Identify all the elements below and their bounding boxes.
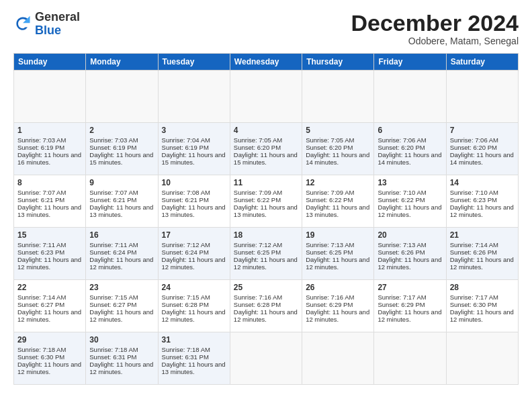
day-info: Sunrise: 7:12 AM	[162, 241, 226, 248]
day-number: 4	[234, 126, 298, 135]
day-info: Sunset: 6:22 PM	[378, 196, 442, 203]
day-info: Daylight: 11 hours and 15 minutes.	[162, 151, 226, 166]
table-row: 17Sunrise: 7:12 AMSunset: 6:24 PMDayligh…	[158, 228, 230, 280]
table-row: 26Sunrise: 7:16 AMSunset: 6:29 PMDayligh…	[302, 280, 374, 332]
day-info: Sunrise: 7:10 AM	[450, 189, 515, 196]
table-row: 11Sunrise: 7:09 AMSunset: 6:22 PMDayligh…	[230, 175, 302, 228]
day-number: 17	[162, 230, 226, 240]
day-number: 31	[162, 335, 226, 345]
table-row: 23Sunrise: 7:15 AMSunset: 6:27 PMDayligh…	[86, 280, 158, 332]
day-number: 13	[378, 178, 442, 187]
day-number: 7	[450, 126, 515, 135]
location: Odobere, Matam, Senegal	[351, 36, 519, 46]
day-info: Sunset: 6:28 PM	[234, 301, 298, 308]
day-number: 20	[378, 230, 442, 240]
table-row: 6Sunrise: 7:06 AMSunset: 6:20 PMDaylight…	[374, 123, 446, 175]
day-info: Sunrise: 7:15 AM	[162, 293, 226, 301]
day-info: Sunrise: 7:07 AM	[17, 189, 82, 196]
day-info: Sunset: 6:24 PM	[89, 248, 154, 256]
day-info: Daylight: 11 hours and 12 minutes.	[17, 256, 82, 271]
table-row: 31Sunrise: 7:18 AMSunset: 6:31 PMDayligh…	[158, 332, 230, 385]
day-info: Sunrise: 7:17 AM	[450, 293, 515, 301]
day-info: Sunset: 6:27 PM	[89, 301, 154, 308]
day-info: Daylight: 11 hours and 12 minutes.	[89, 256, 154, 271]
table-row	[302, 332, 374, 385]
day-info: Sunset: 6:26 PM	[378, 248, 442, 256]
day-info: Daylight: 11 hours and 13 minutes.	[234, 203, 298, 218]
day-info: Sunset: 6:20 PM	[378, 144, 442, 151]
day-info: Sunset: 6:31 PM	[89, 353, 154, 361]
day-number: 23	[89, 283, 154, 292]
day-info: Daylight: 11 hours and 13 minutes.	[17, 203, 82, 218]
day-info: Daylight: 11 hours and 12 minutes.	[450, 203, 515, 218]
col-thursday: Thursday	[302, 54, 374, 71]
day-info: Sunrise: 7:11 AM	[17, 241, 82, 248]
day-info: Sunset: 6:25 PM	[306, 248, 370, 256]
day-number: 22	[17, 283, 82, 292]
table-row: 24Sunrise: 7:15 AMSunset: 6:28 PMDayligh…	[158, 280, 230, 332]
day-info: Sunrise: 7:06 AM	[450, 136, 515, 144]
day-info: Sunset: 6:21 PM	[162, 196, 226, 203]
table-row: 13Sunrise: 7:10 AMSunset: 6:22 PMDayligh…	[374, 175, 446, 228]
table-row: 14Sunrise: 7:10 AMSunset: 6:23 PMDayligh…	[446, 175, 518, 228]
day-info: Sunrise: 7:18 AM	[89, 346, 154, 353]
day-number: 30	[89, 335, 154, 345]
day-info: Sunset: 6:22 PM	[234, 196, 298, 203]
day-info: Daylight: 11 hours and 16 minutes.	[17, 151, 82, 166]
day-info: Daylight: 11 hours and 12 minutes.	[162, 256, 226, 271]
table-row: 2Sunrise: 7:03 AMSunset: 6:19 PMDaylight…	[86, 123, 158, 175]
table-row: 19Sunrise: 7:13 AMSunset: 6:25 PMDayligh…	[302, 228, 374, 280]
day-info: Sunset: 6:20 PM	[234, 144, 298, 151]
logo-general: General	[35, 11, 80, 24]
table-row: 18Sunrise: 7:12 AMSunset: 6:25 PMDayligh…	[230, 228, 302, 280]
day-info: Sunrise: 7:09 AM	[306, 189, 370, 196]
logo-text: General Blue	[35, 11, 80, 38]
day-info: Daylight: 11 hours and 12 minutes.	[234, 256, 298, 271]
col-tuesday: Tuesday	[158, 54, 230, 71]
day-info: Sunrise: 7:05 AM	[306, 136, 370, 144]
table-row	[374, 71, 446, 123]
day-info: Sunrise: 7:18 AM	[162, 346, 226, 353]
title-block: December 2024 Odobere, Matam, Senegal	[351, 11, 519, 46]
month-title: December 2024	[351, 11, 519, 36]
table-row: 21Sunrise: 7:14 AMSunset: 6:26 PMDayligh…	[446, 228, 518, 280]
day-info: Sunrise: 7:08 AM	[162, 189, 226, 196]
day-info: Sunrise: 7:14 AM	[450, 241, 515, 248]
col-sunday: Sunday	[14, 54, 86, 71]
table-row: 25Sunrise: 7:16 AMSunset: 6:28 PMDayligh…	[230, 280, 302, 332]
table-row: 3Sunrise: 7:04 AMSunset: 6:19 PMDaylight…	[158, 123, 230, 175]
day-info: Daylight: 11 hours and 12 minutes.	[89, 361, 154, 375]
day-info: Sunrise: 7:03 AM	[17, 136, 82, 144]
day-info: Sunset: 6:30 PM	[17, 353, 82, 361]
calendar-week-row: 15Sunrise: 7:11 AMSunset: 6:23 PMDayligh…	[14, 228, 519, 280]
day-number: 19	[306, 230, 370, 240]
day-info: Sunset: 6:19 PM	[17, 144, 82, 151]
day-info: Daylight: 11 hours and 13 minutes.	[162, 361, 226, 375]
day-info: Daylight: 11 hours and 12 minutes.	[17, 308, 82, 323]
table-row: 15Sunrise: 7:11 AMSunset: 6:23 PMDayligh…	[14, 228, 86, 280]
day-info: Sunset: 6:31 PM	[162, 353, 226, 361]
logo-blue: Blue	[35, 24, 80, 38]
day-number: 10	[162, 178, 226, 187]
table-row: 20Sunrise: 7:13 AMSunset: 6:26 PMDayligh…	[374, 228, 446, 280]
col-wednesday: Wednesday	[230, 54, 302, 71]
table-row	[446, 332, 518, 385]
day-info: Sunrise: 7:06 AM	[378, 136, 442, 144]
table-row	[14, 71, 86, 123]
day-info: Sunset: 6:28 PM	[162, 301, 226, 308]
day-info: Sunrise: 7:15 AM	[89, 293, 154, 301]
day-number: 21	[450, 230, 515, 240]
header: General Blue December 2024 Odobere, Mata…	[13, 11, 519, 46]
day-info: Sunset: 6:22 PM	[306, 196, 370, 203]
day-info: Daylight: 11 hours and 12 minutes.	[378, 203, 442, 218]
calendar-week-row: 22Sunrise: 7:14 AMSunset: 6:27 PMDayligh…	[14, 280, 519, 332]
day-info: Sunset: 6:19 PM	[89, 144, 154, 151]
day-info: Sunrise: 7:11 AM	[89, 241, 154, 248]
day-info: Daylight: 11 hours and 12 minutes.	[306, 308, 370, 323]
day-info: Sunrise: 7:09 AM	[234, 189, 298, 196]
day-info: Sunrise: 7:12 AM	[234, 241, 298, 248]
day-info: Daylight: 11 hours and 12 minutes.	[89, 308, 154, 323]
day-info: Sunrise: 7:16 AM	[234, 293, 298, 301]
day-number: 15	[17, 230, 82, 240]
day-number: 5	[306, 126, 370, 135]
